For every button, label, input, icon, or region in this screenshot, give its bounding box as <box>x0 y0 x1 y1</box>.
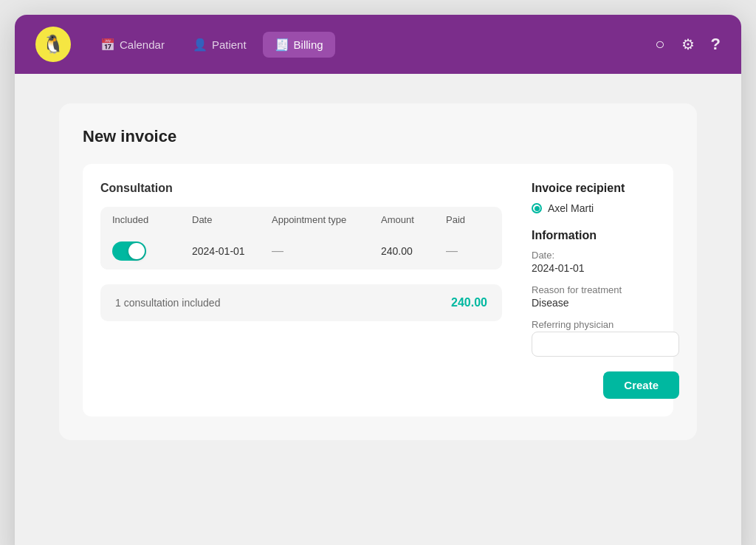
help-button[interactable]: ? <box>711 35 721 54</box>
col-appointment-type: Appointment type <box>272 214 375 225</box>
nav-billing[interactable]: 🧾 Billing <box>263 32 335 58</box>
invoice-card: New invoice Consultation Included Date A… <box>59 103 697 440</box>
nav-patient-label: Patient <box>212 38 247 51</box>
patient-icon: 👤 <box>193 38 207 52</box>
radio-dot-inner <box>535 206 540 211</box>
invoice-recipient-title: Invoice recipient <box>532 182 679 195</box>
col-included: Included <box>112 214 186 225</box>
recipient-radio-group: Axel Marti <box>532 202 679 214</box>
reason-label: Reason for treatment <box>532 284 679 295</box>
table-row: 2024-01-01 — 240.00 — <box>100 233 502 270</box>
consultation-title: Consultation <box>100 182 502 195</box>
calendar-icon: 📅 <box>100 38 115 52</box>
right-section: Invoice recipient Axel Marti Information… <box>532 182 679 399</box>
col-paid: Paid <box>446 214 490 225</box>
information-title: Information <box>532 229 679 242</box>
cell-included <box>112 241 186 261</box>
summary-row: 1 consultation included 240.00 <box>100 284 502 321</box>
header-actions: ○ ⚙ ? <box>655 35 721 54</box>
billing-icon: 🧾 <box>275 38 289 52</box>
summary-amount: 240.00 <box>451 296 487 309</box>
nav-patient[interactable]: 👤 Patient <box>181 32 258 58</box>
logo-icon: 🐧 <box>42 34 64 55</box>
header: 🐧 📅 Calendar 👤 Patient 🧾 Billing ○ ⚙ ? <box>15 15 741 74</box>
nav-calendar[interactable]: 📅 Calendar <box>89 32 176 58</box>
search-button[interactable]: ○ <box>655 35 664 54</box>
summary-text: 1 consultation included <box>115 297 220 309</box>
nav-calendar-label: Calendar <box>120 38 165 51</box>
create-button[interactable]: Create <box>603 371 679 399</box>
col-amount: Amount <box>381 214 440 225</box>
inner-card: Consultation Included Date Appointment t… <box>83 164 673 417</box>
cell-paid: — <box>446 244 490 258</box>
referring-physician-label: Referring physician <box>532 319 679 330</box>
logo: 🐧 <box>35 27 71 62</box>
reason-value: Disease <box>532 297 679 309</box>
cell-appointment-type: — <box>272 244 375 258</box>
referring-physician-input[interactable] <box>532 332 679 357</box>
date-label: Date: <box>532 250 679 261</box>
table-header-row: Included Date Appointment type Amount Pa… <box>100 207 502 233</box>
main-content: New invoice Consultation Included Date A… <box>15 74 741 545</box>
col-date: Date <box>192 214 266 225</box>
left-section: Consultation Included Date Appointment t… <box>100 182 502 399</box>
cell-amount: 240.00 <box>381 245 440 257</box>
settings-button[interactable]: ⚙ <box>681 35 695 53</box>
nav: 📅 Calendar 👤 Patient 🧾 Billing <box>89 32 649 58</box>
page-title: New invoice <box>83 127 673 146</box>
included-toggle[interactable] <box>112 241 146 261</box>
cell-date: 2024-01-01 <box>192 245 266 257</box>
date-value: 2024-01-01 <box>532 262 679 274</box>
consultation-table: Included Date Appointment type Amount Pa… <box>100 207 502 270</box>
recipient-radio[interactable] <box>532 203 542 213</box>
nav-billing-label: Billing <box>294 38 323 51</box>
recipient-name: Axel Marti <box>548 202 594 214</box>
toggle-knob <box>128 243 145 259</box>
app-window: 🐧 📅 Calendar 👤 Patient 🧾 Billing ○ ⚙ ? N… <box>15 15 741 545</box>
